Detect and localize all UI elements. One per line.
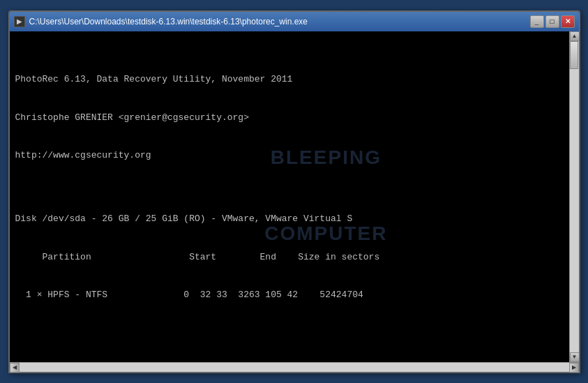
console-line-2: Christophe GRENIER <grenier@cgsecurity.o… [15,112,564,124]
main-window: ▶ C:\Users\User\Downloads\testdisk-6.13.… [8,10,580,373]
close-button[interactable]: ✕ [561,15,575,28]
scroll-down-button[interactable]: ▼ [570,352,579,362]
scroll-thumb[interactable] [570,41,578,69]
scroll-track[interactable] [570,41,579,352]
vertical-scrollbar: ▲ ▼ [569,31,579,362]
console-line-6: Partition Start End Size in sectors [15,251,564,264]
window-icon: ▶ [14,16,25,27]
console-line-7: 1 × HPFS - NTFS 0 32 33 3263 105 42 5242… [15,289,564,301]
console-line-5: Disk /dev/sda - 26 GB / 25 GiB (RO) - VM… [15,213,564,225]
console-line-3: http://www.cgsecurity.org [15,149,564,162]
scroll-up-button[interactable]: ▲ [570,31,579,41]
maximize-button[interactable]: □ [545,15,559,28]
console-line-8 [15,327,564,340]
console-line-1: PhotoRec 6.13, Data Recovery Utility, No… [15,73,564,86]
scroll-right-button[interactable]: ▶ [569,363,579,373]
horizontal-scroll-track[interactable] [20,363,569,372]
scroll-left-button[interactable]: ◀ [10,363,20,373]
title-bar-text: C:\Users\User\Downloads\testdisk-6.13.wi… [29,17,530,27]
title-bar: ▶ C:\Users\User\Downloads\testdisk-6.13.… [10,12,579,31]
watermark: BLEEPING COMPUTER [264,95,387,298]
window-body: BLEEPING COMPUTER PhotoRec 6.13, Data Re… [10,31,579,362]
window-controls: _ □ ✕ [530,15,575,28]
console-output: BLEEPING COMPUTER PhotoRec 6.13, Data Re… [10,31,569,362]
horizontal-scrollbar: ◀ ▶ [10,362,579,372]
minimize-button[interactable]: _ [530,15,544,28]
